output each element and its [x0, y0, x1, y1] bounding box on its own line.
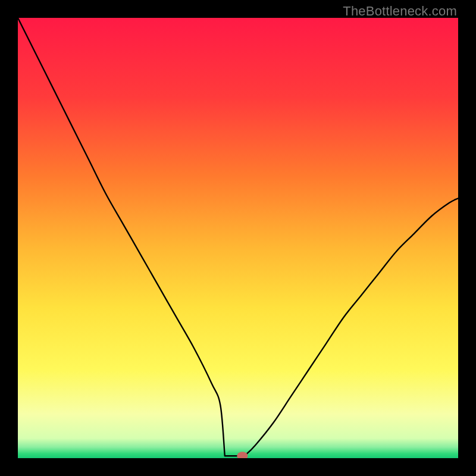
gradient-background — [18, 18, 458, 458]
attribution-watermark: TheBottleneck.com — [343, 4, 457, 19]
plot-area — [18, 18, 458, 458]
chart-svg — [18, 18, 458, 458]
chart-frame: TheBottleneck.com — [0, 0, 476, 476]
